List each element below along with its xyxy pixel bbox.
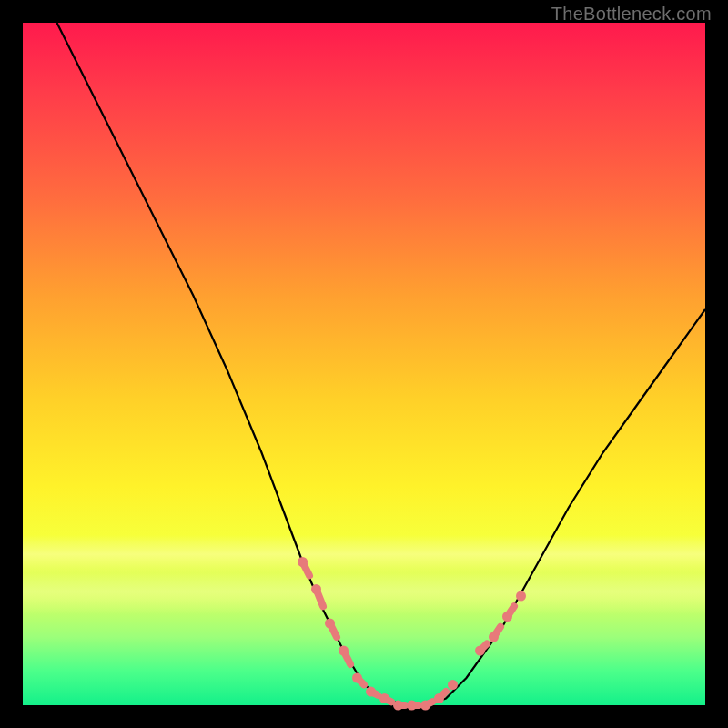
marker-dot bbox=[516, 592, 526, 602]
marker-segment bbox=[385, 699, 392, 703]
marker-segment bbox=[480, 644, 488, 652]
bottleneck-curve bbox=[57, 23, 706, 705]
marker-segment bbox=[494, 627, 501, 637]
curve-markers bbox=[298, 557, 526, 711]
marker-segment bbox=[440, 692, 447, 699]
marker-segment bbox=[358, 678, 365, 685]
marker-segment bbox=[317, 590, 324, 607]
marker-segment bbox=[344, 651, 351, 664]
marker-segment bbox=[330, 623, 338, 637]
marker-segment bbox=[426, 702, 433, 705]
attribution-label: TheBottleneck.com bbox=[551, 4, 712, 25]
marker-segment bbox=[303, 562, 310, 576]
marker-segment bbox=[508, 606, 515, 616]
marker-segment bbox=[371, 692, 379, 695]
chart-svg bbox=[23, 23, 705, 705]
marker-dot bbox=[448, 680, 458, 690]
